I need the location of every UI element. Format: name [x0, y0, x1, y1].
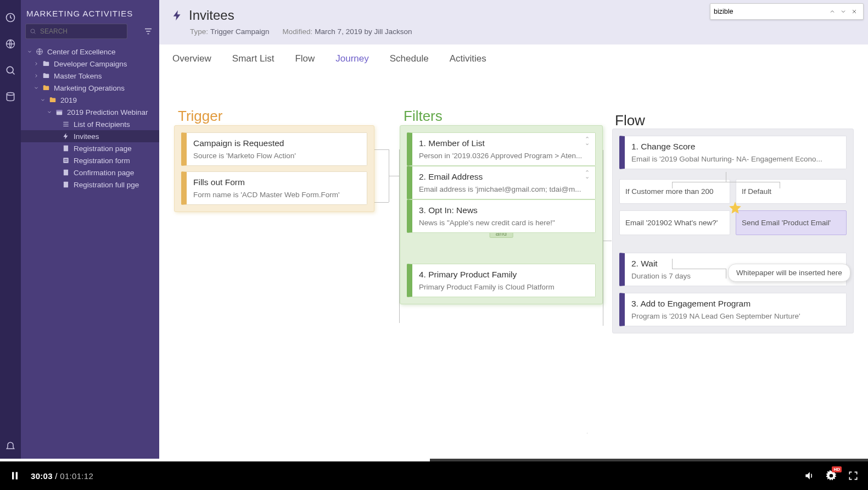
tree-item-label: Marketing Operations	[54, 84, 125, 92]
folder-tree: Center of ExcellenceDeveloper CampaignsM…	[21, 46, 159, 191]
chevron-down-icon[interactable]	[26, 48, 33, 55]
flow-branch-card[interactable]: Email '201902 What's new?'	[619, 210, 730, 235]
filter-card[interactable]: ⌃⌄ 1. Member of List Person in '2019.032…	[407, 132, 596, 166]
flow-branch-card[interactable]: If Default	[736, 179, 847, 204]
rail-globe-icon[interactable]	[4, 37, 17, 51]
rail-database-icon[interactable]	[4, 90, 17, 103]
tree-item-label: Confirmation page	[74, 169, 134, 177]
rail-notifications-icon[interactable]	[4, 439, 17, 452]
video-progress-track[interactable]	[0, 459, 868, 461]
svg-rect-15	[64, 170, 68, 176]
connector-line	[672, 182, 673, 188]
sidebar-title: MARKETING ACTIVITIES	[21, 7, 159, 24]
tree-item[interactable]: 2019 Prediction Webinar	[21, 106, 159, 118]
tree-item[interactable]: Marketing Operations	[21, 82, 159, 94]
tree-item-label: Registration full pge	[74, 181, 139, 189]
tree-item-label: 2019 Prediction Webinar	[67, 108, 148, 116]
find-input[interactable]	[714, 8, 827, 15]
volume-icon[interactable]	[803, 470, 815, 482]
filter-card-title: 4. Primary Product Family	[419, 270, 589, 280]
filter-card[interactable]: 3. Opt In: News News is "Apple's new cre…	[407, 199, 596, 233]
flow-branch-card-selected[interactable]: Send Email 'Product Email'	[736, 210, 847, 235]
find-close-icon[interactable]	[849, 6, 860, 17]
nav-rail	[0, 0, 21, 459]
find-next-icon[interactable]	[838, 6, 849, 17]
trigger-card[interactable]: Campaign is Requested Source is 'Marketo…	[181, 132, 367, 166]
search-input[interactable]	[25, 24, 127, 39]
expand-icon[interactable]: ⌃⌄	[585, 171, 590, 179]
hd-badge: HD	[832, 466, 842, 472]
fullscreen-icon[interactable]	[847, 470, 859, 482]
tree-item-label: Developer Campaigns	[54, 60, 127, 68]
pause-button[interactable]	[9, 470, 21, 482]
rail-dashboard-icon[interactable]	[4, 11, 17, 24]
filter-card[interactable]: 4. Primary Product Family Primary Produc…	[407, 264, 596, 297]
star-icon	[728, 201, 742, 215]
find-bar	[710, 3, 864, 20]
connector-line	[389, 176, 399, 176]
tree-item[interactable]: Registration page	[21, 142, 159, 154]
chevron-right-icon[interactable]	[33, 60, 40, 67]
connector-line	[374, 149, 389, 150]
video-progress-fill	[0, 459, 430, 461]
flow-card-sub: Email is '2019 Gobal Nurturing- NA- Enga…	[631, 155, 839, 163]
header-type: Type:Trigger Campaign	[190, 27, 270, 36]
rail-search-icon[interactable]	[4, 64, 17, 77]
folder-open-icon	[42, 83, 51, 92]
calendar-icon	[55, 108, 64, 116]
tree-item[interactable]: Registration form	[21, 154, 159, 166]
sidebar: MARKETING ACTIVITIES Center of Excellenc…	[21, 0, 159, 459]
connector-line	[672, 269, 726, 269]
filter-card-sub: Person in '2019.0326 Approved Program > …	[419, 152, 589, 160]
flow-group: 1. Change Score Email is '2019 Gobal Nur…	[612, 129, 854, 333]
connector-line	[672, 259, 673, 269]
bolt-icon	[61, 132, 70, 141]
filter-card[interactable]: ⌃⌄ 2. Email Address Email address is 'jm…	[407, 166, 596, 199]
main-content: Invitees Type:Trigger Campaign Modified:…	[159, 0, 868, 459]
filters-heading: Filters	[404, 108, 443, 125]
chevron-down-icon[interactable]	[40, 97, 46, 103]
tree-item[interactable]: List of Recipients	[21, 118, 159, 130]
tree-item[interactable]: Center of Excellence	[21, 46, 159, 58]
svg-rect-7	[57, 110, 63, 112]
svg-rect-14	[64, 161, 68, 162]
tree-item[interactable]: Master Tokens	[21, 70, 159, 82]
filter-card-title: 2. Email Address	[419, 172, 589, 182]
video-time: 30:03 / 01:01:12	[31, 471, 93, 481]
tree-item[interactable]: Invitees	[21, 130, 159, 142]
connector-line	[726, 172, 726, 182]
flow-heading: Flow	[615, 112, 645, 129]
connector-line	[780, 182, 780, 188]
search-input-wrap	[25, 24, 137, 39]
trigger-card[interactable]: Fills out Form Form name is 'ACD Master …	[181, 171, 367, 205]
filter-group: ⌃⌄ 1. Member of List Person in '2019.032…	[400, 125, 603, 304]
tree-item[interactable]: Developer Campaigns	[21, 58, 159, 70]
tree-item[interactable]: Confirmation page	[21, 166, 159, 179]
insert-tooltip: Whitepaper will be inserted here	[728, 264, 850, 282]
expand-icon[interactable]: ⌃⌄	[585, 137, 590, 145]
tree-item-label: Master Tokens	[54, 72, 102, 80]
svg-rect-9	[63, 124, 68, 124]
flow-card-title: 3. Add to Engagement Program	[631, 299, 839, 309]
flow-card[interactable]: 3. Add to Engagement Program Program is …	[619, 293, 847, 326]
connector-line	[603, 150, 603, 326]
trigger-heading: Trigger	[178, 108, 222, 125]
filter-card-sub: Email address is 'jmichael@gmail.com; td…	[419, 185, 589, 193]
flow-branch-card[interactable]: If Customer more than 200	[619, 179, 730, 204]
chevron-down-icon[interactable]	[46, 109, 53, 115]
flow-card-title: 1. Change Score	[631, 142, 839, 152]
page-icon	[61, 180, 70, 189]
settings-icon[interactable]: HD	[825, 470, 837, 482]
chevron-down-icon[interactable]	[33, 85, 40, 91]
list-icon	[61, 120, 70, 129]
tree-item-label: Registration form	[74, 157, 130, 165]
flow-card[interactable]: 1. Change Score Email is '2019 Gobal Nur…	[619, 136, 847, 169]
filter-card-title: 3. Opt In: News	[419, 205, 589, 215]
folder-open-icon	[48, 96, 57, 104]
find-prev-icon[interactable]	[827, 6, 838, 17]
chevron-right-icon[interactable]	[33, 73, 40, 79]
tree-item[interactable]: 2019	[21, 94, 159, 106]
tree-item[interactable]: Registration full pge	[21, 179, 159, 191]
filter-icon[interactable]	[142, 25, 155, 38]
trigger-group: Campaign is Requested Source is 'Marketo…	[174, 125, 374, 212]
